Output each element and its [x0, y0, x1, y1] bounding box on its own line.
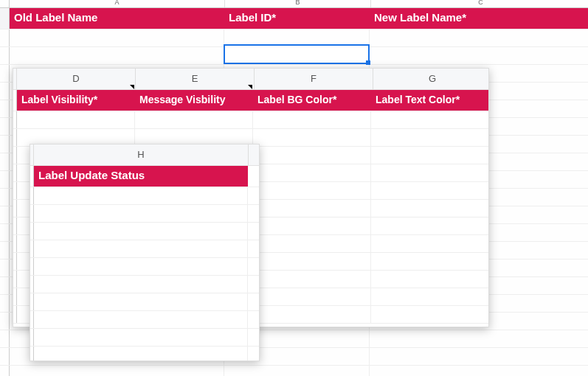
- col-letter-g[interactable]: G: [373, 69, 489, 90]
- col-letter-f[interactable]: F: [255, 69, 373, 90]
- table-row[interactable]: [30, 293, 259, 311]
- dropdown-indicator-icon: [248, 85, 252, 89]
- table-row[interactable]: [30, 223, 259, 240]
- table-row[interactable]: [0, 47, 588, 65]
- table-row[interactable]: [30, 240, 259, 258]
- header-empty[interactable]: [248, 166, 260, 187]
- header-row-panel-3: Label Update Status: [30, 166, 259, 187]
- col-letter-d[interactable]: D: [17, 69, 136, 90]
- header-label-bg-color[interactable]: Label BG Color*: [253, 90, 371, 111]
- spreadsheet-grid-panel-3[interactable]: H Label Update Status: [30, 144, 260, 361]
- dropdown-indicator-icon: [130, 85, 134, 89]
- table-row[interactable]: [30, 311, 259, 329]
- table-row[interactable]: [30, 205, 259, 223]
- table-row[interactable]: [30, 187, 259, 205]
- column-letters-row: H: [30, 145, 259, 166]
- table-row[interactable]: [30, 258, 259, 276]
- table-row[interactable]: [0, 29, 588, 47]
- header-label-id[interactable]: Label ID*: [224, 8, 370, 29]
- header-row-panel-2: Label Visibility* Message Visbility Labe…: [13, 90, 488, 111]
- col-letter-c[interactable]: C: [371, 0, 588, 7]
- table-row[interactable]: [13, 111, 488, 129]
- table-row[interactable]: [30, 329, 259, 347]
- col-letter-e[interactable]: E: [136, 69, 255, 90]
- col-letter-next[interactable]: [249, 145, 260, 166]
- header-row-main: Old Label Name Label ID* New Label Name*: [0, 8, 588, 29]
- col-letter-a[interactable]: A: [10, 0, 225, 7]
- header-label-text-color[interactable]: Label Text Color*: [371, 90, 489, 111]
- header-label-visibility-text: Label Visibility*: [21, 94, 97, 105]
- table-row[interactable]: [0, 366, 588, 376]
- header-label-update-status[interactable]: Label Update Status: [34, 166, 248, 187]
- header-message-visibility-text: Message Visbility: [139, 94, 225, 105]
- header-message-visibility[interactable]: Message Visbility: [135, 90, 253, 111]
- table-row[interactable]: [30, 347, 259, 361]
- col-letter-h[interactable]: H: [34, 145, 249, 166]
- header-old-label-name[interactable]: Old Label Name: [10, 8, 224, 29]
- col-letter-b[interactable]: B: [225, 0, 371, 7]
- table-row[interactable]: [30, 276, 259, 293]
- header-label-visibility[interactable]: Label Visibility*: [17, 90, 135, 111]
- column-letters-row: A B C: [0, 0, 588, 8]
- header-new-label-name[interactable]: New Label Name*: [370, 8, 588, 29]
